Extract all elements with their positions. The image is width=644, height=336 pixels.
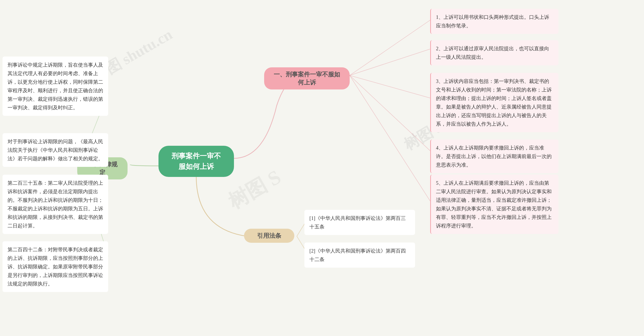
branch-citation-label: 引用法条 xyxy=(257,232,281,239)
svg-line-8 xyxy=(350,75,430,201)
right-text-4-content: 4、上诉人在上诉期限内要求撤回上诉的，应当准许。是否提出上诉，以他们在上诉期满前… xyxy=(436,145,552,168)
svg-line-6 xyxy=(350,75,430,98)
right-text-1: 1、上诉可以用书状和口头两种形式提出。口头上诉应当制作笔录。 xyxy=(430,9,558,34)
branch-citation[interactable]: 引用法条 xyxy=(244,229,294,243)
cite-text-1: [1]《中华人民共和国刑事诉讼法》第两百三十五条 xyxy=(304,210,415,235)
cite-text-2-content: [2]《中华人民共和国刑事诉讼法》第两百四十二条 xyxy=(309,248,406,262)
right-text-4: 4、上诉人在上诉期限内要求撤回上诉的，应当准许。是否提出上诉，以他们在上诉期满前… xyxy=(430,139,558,173)
mind-map-canvas: 树图 shutu.cn 树图 S 树图 S 刑事案件一审不服如何上诉 一、刑事案… xyxy=(0,0,644,336)
branch-criminal[interactable]: 一、刑事案件一审不服如何上诉 xyxy=(264,67,350,89)
svg-line-4 xyxy=(350,20,430,75)
right-text-3: 3、上诉状内容应当包括：第一审判决书、裁定书的文号和上诉人收到的时间；第一审法院… xyxy=(430,73,558,132)
svg-line-7 xyxy=(350,75,430,151)
right-text-5: 5、上诉人在上诉期满后要求撤回上诉的，应当由第二审人民法院进行审查。如果认为原判… xyxy=(430,175,558,234)
right-text-5-content: 5、上诉人在上诉期满后要求撤回上诉的，应当由第二审人民法院进行审查。如果认为原判… xyxy=(436,180,552,228)
right-text-2: 2、上诉可以通过原审人民法院提出，也可以直接向上一级人民法院提出。 xyxy=(430,40,558,65)
central-node-label: 刑事案件一审不服如何上诉 xyxy=(169,151,224,172)
left-text-2: 对于刑事诉讼上诉期限的问题，《最高人民法院关于执行《中华人民共和国刑事诉讼法》若… xyxy=(3,133,108,167)
left-text-2-content: 对于刑事诉讼上诉期限的问题，《最高人民法院关于执行《中华人民共和国刑事诉讼法》若… xyxy=(8,139,103,161)
right-text-2-content: 2、上诉可以通过原审人民法院提出，也可以直接向上一级人民法院提出。 xyxy=(436,46,549,60)
right-text-3-content: 3、上诉状内容应当包括：第一审判决书、裁定书的文号和上诉人收到的时间；第一审法院… xyxy=(436,78,552,127)
cite-text-2: [2]《中华人民共和国刑事诉讼法》第两百四十二条 xyxy=(304,243,415,268)
left-text-4-content: 第二百四十二条：对附带民事判决或者裁定的上诉、抗诉期限，应当按照刑事部分的上诉、… xyxy=(8,247,103,286)
left-text-3-content: 第二百三十五条：第二审人民法院受理的上诉和抗诉案件，必须是在法定期限内提出的。不… xyxy=(8,180,103,228)
left-text-4: 第二百四十二条：对附带民事判决或者裁定的上诉、抗诉期限，应当按照刑事部分的上诉、… xyxy=(3,241,108,292)
cite-text-1-content: [1]《中华人民共和国刑事诉讼法》第两百三十五条 xyxy=(309,215,406,229)
left-text-3: 第二百三十五条：第二审人民法院受理的上诉和抗诉案件，必须是在法定期限内提出的。不… xyxy=(3,175,108,234)
right-text-1-content: 1、上诉可以用书状和口头两种形式提出。口头上诉应当制作笔录。 xyxy=(436,14,549,28)
central-node[interactable]: 刑事案件一审不服如何上诉 xyxy=(158,146,234,177)
branch-criminal-label: 一、刑事案件一审不服如何上诉 xyxy=(274,71,340,86)
svg-line-5 xyxy=(350,49,430,75)
left-text-1: 刑事诉讼中规定上诉期限，旨在使当事人及其法定代理人有必要的时间考虑、准备上诉，以… xyxy=(3,57,108,116)
left-text-1-content: 刑事诉讼中规定上诉期限，旨在使当事人及其法定代理人有必要的时间考虑、准备上诉，以… xyxy=(8,62,103,110)
